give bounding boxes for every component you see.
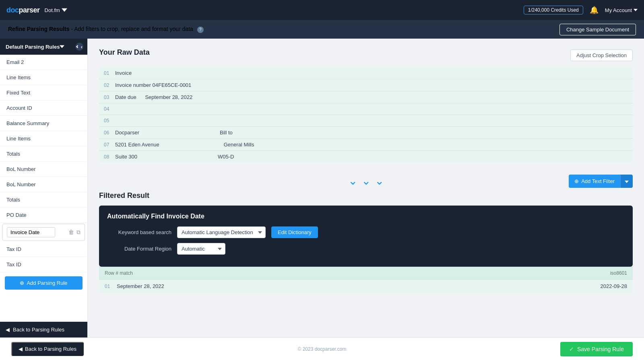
back-to-rules-button[interactable]: ◀ Back to Parsing Rules bbox=[11, 342, 84, 356]
bell-icon[interactable]: 🔔 bbox=[590, 6, 599, 14]
raw-data-header: Your Raw Data Adjust Crop Selection bbox=[99, 48, 633, 62]
result-table: Row # match iso8601 01 September 28, 202… bbox=[99, 267, 633, 293]
sidebar-item-balancesummary[interactable]: Balance Summary bbox=[0, 116, 87, 131]
row-content: 5201 Eden Avenue General Mills bbox=[115, 142, 628, 148]
sidebar-item-podate[interactable]: PO Date bbox=[0, 208, 87, 223]
refine-bar: Refine Parsing Results - Add filters to … bbox=[0, 20, 644, 39]
sidebar-item-invoicedate[interactable]: 🗑 ⧉ bbox=[2, 224, 85, 241]
row-num: 01 bbox=[104, 70, 115, 76]
sidebar-item-taxid1[interactable]: Tax ID bbox=[0, 242, 87, 257]
copy-icon[interactable]: ⧉ bbox=[76, 229, 80, 236]
col-iso-header: iso8601 bbox=[563, 270, 627, 276]
result-table-row: 01 September 28, 2022 2022-09-28 bbox=[99, 279, 633, 293]
sidebar-item-lineitems2[interactable]: Line Items bbox=[0, 131, 87, 146]
filtered-result-title: Filtered Result bbox=[99, 191, 633, 200]
table-row: 03 Date due September 28, 2022 bbox=[99, 91, 633, 103]
chevron-down-icon bbox=[62, 7, 67, 13]
arrows-group: ⌄ ⌄ ⌄ bbox=[348, 175, 384, 187]
result-row-value: September 28, 2022 bbox=[117, 283, 563, 289]
sidebar-header[interactable]: Default Parsing Rules ‹ bbox=[0, 39, 87, 55]
filtered-result-section: Filtered Result Automatically Find Invoi… bbox=[99, 191, 633, 293]
arrow-down-icon-2: ⌄ bbox=[361, 175, 371, 187]
adjust-crop-button[interactable]: Adjust Crop Selection bbox=[570, 49, 633, 61]
filter-panel: Automatically Find Invoice Date Keyword … bbox=[99, 206, 633, 267]
row-content: Invoice number 04FE65CE-0001 bbox=[115, 82, 628, 88]
sidebar-item-lineitems1[interactable]: Line Items bbox=[0, 70, 87, 85]
result-row-num: 01 bbox=[105, 284, 117, 289]
back-arrow-icon: ◀ bbox=[19, 346, 23, 352]
add-filter-chevron-icon bbox=[625, 181, 629, 183]
row-content: Invoice bbox=[115, 70, 628, 76]
add-rule-button[interactable]: ⊕ Add Parsing Rule bbox=[5, 276, 83, 290]
add-rule-plus-icon: ⊕ bbox=[20, 280, 24, 286]
save-parsing-rule-button[interactable]: ✓ Save Parsing Rule bbox=[560, 342, 633, 356]
help-icon[interactable]: ? bbox=[197, 27, 204, 33]
sidebar-item-accountid[interactable]: Account ID bbox=[0, 101, 87, 116]
table-row: 06 Docparser Bill to bbox=[99, 127, 633, 139]
row-num: 05 bbox=[104, 118, 115, 123]
workspace-selector[interactable]: Dot.fm bbox=[45, 7, 67, 13]
row-num: 08 bbox=[104, 154, 115, 160]
back-arrow-icon: ◀ bbox=[6, 327, 10, 333]
sidebar-item-invoicedate-input[interactable] bbox=[7, 227, 55, 237]
refine-title: Refine Parsing Results - Add filters to … bbox=[8, 26, 204, 33]
change-doc-button[interactable]: Change Sample Document bbox=[559, 24, 636, 35]
sidebar-item-totals1[interactable]: Totals bbox=[0, 146, 87, 162]
row-content: Date due September 28, 2022 bbox=[115, 94, 628, 100]
sidebar-item-email2[interactable]: Email 2 bbox=[0, 55, 87, 70]
sidebar-back-footer[interactable]: ◀ Back to Parsing Rules bbox=[0, 321, 87, 337]
arrows-section: ⌄ ⌄ ⌄ ⊕ Add Text Filter bbox=[99, 171, 633, 191]
page-footer: ◀ Back to Parsing Rules © 2023 docparser… bbox=[0, 337, 644, 360]
sidebar-item-actions: 🗑 ⧉ bbox=[68, 229, 80, 236]
navbar-right: 1/240,000 Credits Used 🔔 My Account bbox=[524, 6, 638, 14]
row-num: 07 bbox=[104, 142, 115, 148]
date-format-filter-row: Date Format Region Automatic bbox=[107, 243, 625, 255]
main-content: Your Raw Data Adjust Crop Selection 01 I… bbox=[88, 39, 644, 337]
account-button[interactable]: My Account bbox=[605, 7, 638, 13]
add-filter-plus-icon: ⊕ bbox=[574, 178, 579, 184]
account-chevron-icon bbox=[634, 9, 638, 11]
keyword-filter-row: Keyword based search Automatic Language … bbox=[107, 226, 625, 238]
arrow-down-icon-3: ⌄ bbox=[375, 175, 384, 187]
result-table-header: Row # match iso8601 bbox=[99, 267, 633, 279]
sidebar-item-bolnumber2[interactable]: BoL Number bbox=[0, 177, 87, 192]
workspace-label: Dot.fm bbox=[45, 7, 60, 13]
sidebar-item-bolnumber1[interactable]: BoL Number bbox=[0, 162, 87, 177]
raw-data-title: Your Raw Data bbox=[99, 48, 150, 57]
sidebar-chevron-icon bbox=[60, 44, 64, 49]
sidebar-item-fixedtext[interactable]: Fixed Text bbox=[0, 85, 87, 101]
collapse-icon bbox=[76, 44, 81, 49]
sidebar: Default Parsing Rules ‹ Email 2 Line Ite… bbox=[0, 39, 88, 337]
filter-panel-title: Automatically Find Invoice Date bbox=[107, 213, 625, 220]
credits-bar: 1/240,000 Credits Used bbox=[524, 6, 583, 14]
edit-dictionary-button[interactable]: Edit Dictionary bbox=[271, 226, 318, 238]
table-row: 02 Invoice number 04FE65CE-0001 bbox=[99, 79, 633, 91]
sidebar-item-totals2[interactable]: Totals bbox=[0, 192, 87, 208]
main-layout: Default Parsing Rules ‹ Email 2 Line Ite… bbox=[0, 39, 644, 337]
table-row: 04 bbox=[99, 103, 633, 115]
save-check-icon: ✓ bbox=[569, 346, 574, 352]
logo: docparser bbox=[6, 6, 40, 14]
date-format-select[interactable]: Automatic bbox=[177, 243, 225, 255]
delete-icon[interactable]: 🗑 bbox=[68, 229, 74, 236]
sidebar-item-taxid2[interactable]: Tax ID bbox=[0, 257, 87, 272]
keyword-select[interactable]: Automatic Language Detection bbox=[177, 226, 266, 238]
table-row: 07 5201 Eden Avenue General Mills bbox=[99, 139, 633, 151]
footer-copyright: © 2023 docparser.com bbox=[298, 346, 347, 352]
table-row: 08 Suite 300 W05-D bbox=[99, 151, 633, 163]
col-match-header: Row # match bbox=[105, 270, 563, 276]
date-format-label: Date Format Region bbox=[107, 246, 171, 252]
sidebar-collapse-button[interactable]: ‹ bbox=[75, 43, 83, 51]
navbar: docparser Dot.fm 1/240,000 Credits Used … bbox=[0, 0, 644, 20]
add-filter-group: ⊕ Add Text Filter bbox=[569, 175, 633, 188]
add-filter-dropdown-button[interactable] bbox=[620, 175, 633, 188]
row-content: Docparser Bill to bbox=[115, 130, 628, 136]
arrow-down-icon-1: ⌄ bbox=[348, 175, 357, 187]
add-filter-button[interactable]: ⊕ Add Text Filter bbox=[569, 175, 620, 188]
raw-data-section: Your Raw Data Adjust Crop Selection 01 I… bbox=[99, 48, 633, 171]
row-num: 03 bbox=[104, 95, 115, 100]
raw-data-table: 01 Invoice 02 Invoice number 04FE65CE-00… bbox=[99, 67, 633, 163]
brand: docparser bbox=[6, 6, 40, 14]
row-num: 04 bbox=[104, 106, 115, 112]
result-row-iso: 2022-09-28 bbox=[563, 283, 627, 289]
